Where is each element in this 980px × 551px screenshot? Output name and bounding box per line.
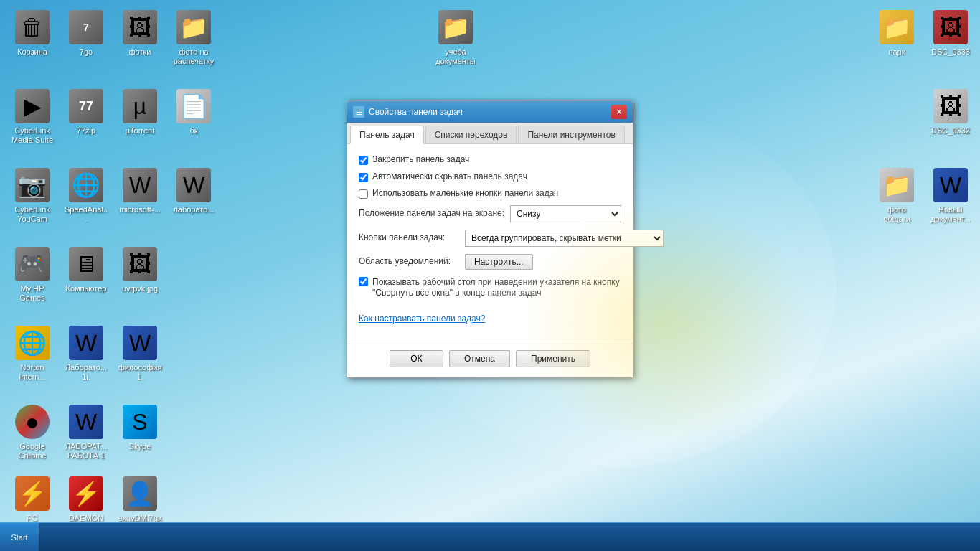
cancel-button[interactable]: Отмена bbox=[449, 350, 510, 367]
start-button[interactable]: Start bbox=[0, 523, 39, 552]
desktop: 🗑Корзина77go🖼фотки📁фото на распечатку📁уч… bbox=[0, 0, 980, 551]
buttons-select[interactable]: Всегда группировать, скрывать метки Груп… bbox=[465, 230, 664, 247]
autohide-taskbar-label: Автоматически скрывать панель задач bbox=[372, 171, 527, 183]
dialog-content: Закрепить панель задач Автоматически скр… bbox=[347, 144, 633, 344]
help-link[interactable]: Как настраивать панели задач? bbox=[359, 314, 621, 324]
show-desktop-label: Показывать рабочий стол при наведении ук… bbox=[372, 277, 621, 299]
ok-button[interactable]: ОК bbox=[390, 350, 443, 367]
tab-jumplists[interactable]: Списки переходов bbox=[425, 126, 517, 143]
tab-toolbars[interactable]: Панели инструментов bbox=[518, 126, 624, 143]
position-row: Положение панели задач на экране: Снизу … bbox=[359, 205, 621, 222]
autohide-checkbox-row: Автоматически скрывать панель задач bbox=[359, 171, 621, 183]
dialog-title-text: Свойства панели задач bbox=[369, 107, 463, 117]
apply-button[interactable]: Применить bbox=[516, 350, 590, 367]
small-buttons-checkbox[interactable] bbox=[359, 189, 368, 199]
taskbar-properties-dialog: ☰ Свойства панели задач × Панель задач С… bbox=[347, 100, 633, 378]
dialog-tabs: Панель задач Списки переходов Панели инс… bbox=[347, 123, 633, 144]
dialog-titlebar: ☰ Свойства панели задач × bbox=[347, 101, 633, 123]
autohide-taskbar-checkbox[interactable] bbox=[359, 173, 368, 182]
lock-taskbar-checkbox[interactable] bbox=[359, 156, 368, 165]
lock-taskbar-label: Закрепить панель задач bbox=[372, 154, 469, 166]
buttons-row: Кнопки панели задач: Всегда группировать… bbox=[359, 230, 621, 247]
dialog-footer: ОК Отмена Применить bbox=[347, 344, 633, 377]
notify-row: Область уведомлений: Настроить... bbox=[359, 254, 621, 270]
notify-configure-button[interactable]: Настроить... bbox=[465, 254, 533, 270]
small-buttons-label: Использовать маленькие кнопки панели зад… bbox=[372, 188, 558, 199]
lock-checkbox-row: Закрепить панель задач bbox=[359, 154, 621, 166]
dialog-overlay: ☰ Свойства панели задач × Панель задач С… bbox=[0, 0, 980, 551]
position-select[interactable]: Снизу Сверху Слева Справа bbox=[510, 205, 621, 222]
tab-taskbar[interactable]: Панель задач bbox=[350, 126, 424, 144]
show-desktop-row: Показывать рабочий стол при наведении ук… bbox=[359, 277, 621, 299]
show-desktop-checkbox[interactable] bbox=[359, 277, 368, 286]
buttons-label: Кнопки панели задач: bbox=[359, 232, 459, 244]
notify-label: Область уведомлений: bbox=[359, 256, 459, 268]
small-checkbox-row: Использовать маленькие кнопки панели зад… bbox=[359, 188, 621, 199]
dialog-title-icon: ☰ bbox=[353, 106, 364, 118]
dialog-body: Панель задач Списки переходов Панели инс… bbox=[347, 123, 633, 377]
taskbar: Start bbox=[0, 522, 980, 551]
position-label: Положение панели задач на экране: bbox=[359, 208, 504, 220]
dialog-close-button[interactable]: × bbox=[611, 105, 627, 119]
